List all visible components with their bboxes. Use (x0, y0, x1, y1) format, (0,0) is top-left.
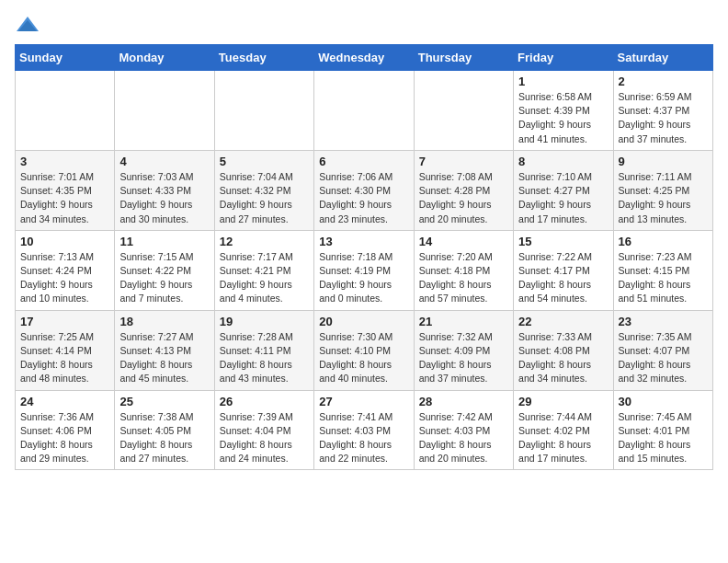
day-number: 11 (119, 235, 209, 248)
day-info: Sunrise: 7:25 AM Sunset: 4:14 PM Dayligh… (20, 330, 109, 386)
calendar-cell: 28Sunrise: 7:42 AM Sunset: 4:03 PM Dayli… (414, 390, 513, 470)
day-number: 6 (319, 155, 408, 168)
calendar-cell (16, 71, 115, 151)
weekday-header-friday: Friday (514, 45, 613, 71)
day-number: 3 (20, 155, 109, 168)
calendar-cell: 12Sunrise: 7:17 AM Sunset: 4:21 PM Dayli… (214, 230, 313, 310)
day-number: 28 (419, 395, 508, 408)
day-number: 18 (119, 315, 209, 328)
calendar-cell (214, 71, 313, 151)
day-number: 5 (220, 155, 309, 168)
day-info: Sunrise: 7:42 AM Sunset: 4:03 PM Dayligh… (419, 410, 508, 466)
day-number: 10 (20, 235, 109, 248)
calendar-cell (314, 71, 414, 151)
day-info: Sunrise: 7:27 AM Sunset: 4:13 PM Dayligh… (119, 330, 209, 386)
day-number: 14 (419, 235, 508, 248)
calendar-cell: 22Sunrise: 7:33 AM Sunset: 4:08 PM Dayli… (514, 310, 613, 390)
day-number: 24 (20, 395, 109, 408)
day-info: Sunrise: 7:28 AM Sunset: 4:11 PM Dayligh… (220, 330, 309, 386)
calendar-cell: 14Sunrise: 7:20 AM Sunset: 4:18 PM Dayli… (414, 230, 513, 310)
day-number: 2 (619, 75, 708, 88)
day-info: Sunrise: 7:33 AM Sunset: 4:08 PM Dayligh… (518, 330, 608, 386)
day-number: 27 (319, 395, 408, 408)
logo-icon (15, 15, 40, 35)
calendar-cell: 7Sunrise: 7:08 AM Sunset: 4:28 PM Daylig… (414, 150, 513, 230)
calendar-week-row: 24Sunrise: 7:36 AM Sunset: 4:06 PM Dayli… (16, 390, 713, 470)
calendar-cell: 5Sunrise: 7:04 AM Sunset: 4:32 PM Daylig… (214, 150, 313, 230)
day-number: 8 (518, 155, 608, 168)
calendar-cell: 24Sunrise: 7:36 AM Sunset: 4:06 PM Dayli… (16, 390, 115, 470)
calendar-cell: 17Sunrise: 7:25 AM Sunset: 4:14 PM Dayli… (16, 310, 115, 390)
calendar-cell: 15Sunrise: 7:22 AM Sunset: 4:17 PM Dayli… (514, 230, 613, 310)
day-number: 22 (518, 315, 608, 328)
day-info: Sunrise: 6:58 AM Sunset: 4:39 PM Dayligh… (518, 90, 608, 146)
day-number: 9 (619, 155, 708, 168)
day-number: 23 (619, 315, 708, 328)
day-number: 25 (119, 395, 209, 408)
calendar-cell: 18Sunrise: 7:27 AM Sunset: 4:13 PM Dayli… (115, 310, 214, 390)
calendar-header-row: SundayMondayTuesdayWednesdayThursdayFrid… (16, 45, 713, 71)
day-number: 19 (220, 315, 309, 328)
calendar-cell: 1Sunrise: 6:58 AM Sunset: 4:39 PM Daylig… (514, 71, 613, 151)
calendar-table: SundayMondayTuesdayWednesdayThursdayFrid… (15, 44, 713, 470)
day-info: Sunrise: 7:36 AM Sunset: 4:06 PM Dayligh… (20, 410, 109, 466)
weekday-header-monday: Monday (115, 45, 214, 71)
weekday-header-wednesday: Wednesday (314, 45, 414, 71)
calendar-cell: 25Sunrise: 7:38 AM Sunset: 4:05 PM Dayli… (115, 390, 214, 470)
logo (15, 15, 44, 35)
day-number: 30 (619, 395, 708, 408)
calendar-cell (115, 71, 214, 151)
calendar-week-row: 10Sunrise: 7:13 AM Sunset: 4:24 PM Dayli… (16, 230, 713, 310)
day-info: Sunrise: 7:04 AM Sunset: 4:32 PM Dayligh… (220, 170, 309, 226)
day-number: 29 (518, 395, 608, 408)
calendar-week-row: 1Sunrise: 6:58 AM Sunset: 4:39 PM Daylig… (16, 71, 713, 151)
calendar-cell: 9Sunrise: 7:11 AM Sunset: 4:25 PM Daylig… (613, 150, 712, 230)
calendar-cell: 3Sunrise: 7:01 AM Sunset: 4:35 PM Daylig… (16, 150, 115, 230)
day-info: Sunrise: 7:06 AM Sunset: 4:30 PM Dayligh… (319, 170, 408, 226)
calendar-week-row: 17Sunrise: 7:25 AM Sunset: 4:14 PM Dayli… (16, 310, 713, 390)
day-info: Sunrise: 7:18 AM Sunset: 4:19 PM Dayligh… (319, 250, 408, 306)
day-number: 17 (20, 315, 109, 328)
calendar-cell: 29Sunrise: 7:44 AM Sunset: 4:02 PM Dayli… (514, 390, 613, 470)
day-number: 12 (220, 235, 309, 248)
day-info: Sunrise: 6:59 AM Sunset: 4:37 PM Dayligh… (619, 90, 708, 146)
day-info: Sunrise: 7:20 AM Sunset: 4:18 PM Dayligh… (419, 250, 508, 306)
day-info: Sunrise: 7:11 AM Sunset: 4:25 PM Dayligh… (619, 170, 708, 226)
day-info: Sunrise: 7:22 AM Sunset: 4:17 PM Dayligh… (518, 250, 608, 306)
weekday-header-sunday: Sunday (16, 45, 115, 71)
day-info: Sunrise: 7:08 AM Sunset: 4:28 PM Dayligh… (419, 170, 508, 226)
weekday-header-thursday: Thursday (414, 45, 513, 71)
weekday-header-saturday: Saturday (613, 45, 712, 71)
day-info: Sunrise: 7:30 AM Sunset: 4:10 PM Dayligh… (319, 330, 408, 386)
calendar-cell: 10Sunrise: 7:13 AM Sunset: 4:24 PM Dayli… (16, 230, 115, 310)
calendar-cell: 19Sunrise: 7:28 AM Sunset: 4:11 PM Dayli… (214, 310, 313, 390)
day-number: 4 (119, 155, 209, 168)
calendar-cell: 30Sunrise: 7:45 AM Sunset: 4:01 PM Dayli… (613, 390, 712, 470)
day-number: 1 (518, 75, 608, 88)
calendar-cell: 26Sunrise: 7:39 AM Sunset: 4:04 PM Dayli… (214, 390, 313, 470)
day-number: 26 (220, 395, 309, 408)
day-info: Sunrise: 7:44 AM Sunset: 4:02 PM Dayligh… (518, 410, 608, 466)
day-info: Sunrise: 7:39 AM Sunset: 4:04 PM Dayligh… (220, 410, 309, 466)
day-number: 13 (319, 235, 408, 248)
calendar-cell: 21Sunrise: 7:32 AM Sunset: 4:09 PM Dayli… (414, 310, 513, 390)
page-header (15, 15, 713, 35)
day-number: 20 (319, 315, 408, 328)
day-info: Sunrise: 7:17 AM Sunset: 4:21 PM Dayligh… (220, 250, 309, 306)
day-info: Sunrise: 7:13 AM Sunset: 4:24 PM Dayligh… (20, 250, 109, 306)
calendar-week-row: 3Sunrise: 7:01 AM Sunset: 4:35 PM Daylig… (16, 150, 713, 230)
day-info: Sunrise: 7:35 AM Sunset: 4:07 PM Dayligh… (619, 330, 708, 386)
calendar-cell: 23Sunrise: 7:35 AM Sunset: 4:07 PM Dayli… (613, 310, 712, 390)
day-info: Sunrise: 7:03 AM Sunset: 4:33 PM Dayligh… (119, 170, 209, 226)
calendar-cell: 8Sunrise: 7:10 AM Sunset: 4:27 PM Daylig… (514, 150, 613, 230)
day-info: Sunrise: 7:10 AM Sunset: 4:27 PM Dayligh… (518, 170, 608, 226)
calendar-cell: 11Sunrise: 7:15 AM Sunset: 4:22 PM Dayli… (115, 230, 214, 310)
calendar-cell: 13Sunrise: 7:18 AM Sunset: 4:19 PM Dayli… (314, 230, 414, 310)
calendar-cell: 2Sunrise: 6:59 AM Sunset: 4:37 PM Daylig… (613, 71, 712, 151)
day-info: Sunrise: 7:23 AM Sunset: 4:15 PM Dayligh… (619, 250, 708, 306)
day-info: Sunrise: 7:38 AM Sunset: 4:05 PM Dayligh… (119, 410, 209, 466)
calendar-cell (414, 71, 513, 151)
day-number: 7 (419, 155, 508, 168)
day-info: Sunrise: 7:01 AM Sunset: 4:35 PM Dayligh… (20, 170, 109, 226)
calendar-cell: 20Sunrise: 7:30 AM Sunset: 4:10 PM Dayli… (314, 310, 414, 390)
